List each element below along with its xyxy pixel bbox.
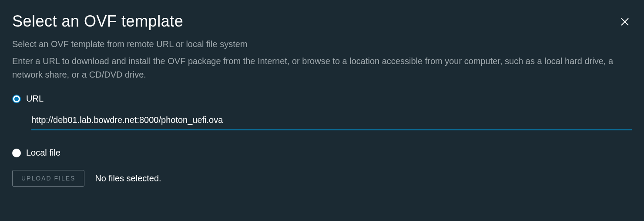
url-option-row: URL (12, 94, 632, 104)
local-file-option-row: Local file (12, 148, 632, 158)
upload-status-text: No files selected. (95, 173, 161, 184)
upload-row: UPLOAD FILES No files selected. (12, 170, 632, 187)
url-radio-label: URL (26, 94, 44, 104)
radio-dot-icon (14, 97, 19, 101)
close-button[interactable] (618, 15, 632, 31)
dialog-title: Select an OVF template (12, 12, 183, 31)
close-icon (620, 17, 630, 27)
local-file-radio[interactable] (12, 149, 21, 157)
url-input[interactable] (31, 112, 632, 130)
dialog-subtitle: Select an OVF template from remote URL o… (12, 39, 632, 49)
dialog-description: Enter a URL to download and install the … (12, 54, 632, 82)
url-input-wrapper (31, 112, 632, 130)
local-file-radio-label: Local file (26, 148, 60, 158)
upload-files-button[interactable]: UPLOAD FILES (12, 170, 84, 187)
url-radio[interactable] (12, 95, 21, 103)
dialog-header: Select an OVF template (12, 12, 632, 31)
